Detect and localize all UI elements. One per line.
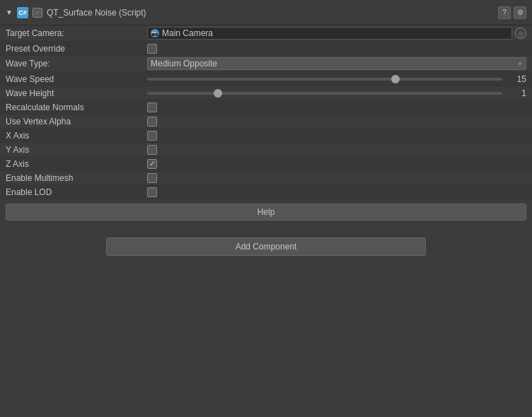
wave-type-control: Medium Opposite ▼ xyxy=(147,57,526,70)
wave-speed-label: Wave Speed xyxy=(6,74,147,84)
wave-height-row: Wave Height 1 xyxy=(0,86,532,100)
wave-speed-control: 15 xyxy=(147,74,526,84)
settings-icon-button[interactable]: ⚙ xyxy=(514,6,526,19)
enable-multimesh-control xyxy=(147,173,526,183)
preset-override-label: Preset Override xyxy=(6,44,147,54)
wave-type-row: Wave Type: Medium Opposite ▼ xyxy=(0,56,532,72)
collapse-chevron[interactable]: ▼ xyxy=(6,8,13,16)
add-component-section: Add Component xyxy=(0,230,532,263)
z-axis-checkbox[interactable] xyxy=(147,159,157,169)
enable-lod-row: Enable LOD xyxy=(0,185,532,199)
enable-lod-label: Enable LOD xyxy=(6,187,147,197)
wave-height-control: 1 xyxy=(147,88,526,98)
enable-multimesh-label: Enable Multimesh xyxy=(6,173,147,183)
wave-speed-thumb[interactable] xyxy=(391,75,400,83)
z-axis-label: Z Axis xyxy=(6,159,147,169)
inspector-panel: ▼ C# QT_Surface Noise (Script) ? ⚙ Targe… xyxy=(0,0,532,263)
preset-override-row: Preset Override xyxy=(0,42,532,56)
target-camera-value: Main Camera xyxy=(162,28,213,38)
target-camera-field[interactable]: 📷 Main Camera xyxy=(147,27,512,40)
use-vertex-alpha-row: Use Vertex Alpha xyxy=(0,114,532,129)
wave-height-value: 1 xyxy=(507,88,526,98)
recalculate-normals-label: Recalculate Normals xyxy=(6,102,147,112)
x-axis-row: X Axis xyxy=(0,129,532,143)
x-axis-control xyxy=(147,131,526,141)
wave-type-label: Wave Type: xyxy=(6,59,147,69)
wave-height-label: Wave Height xyxy=(6,88,147,98)
recalculate-normals-control xyxy=(147,102,526,112)
use-vertex-alpha-label: Use Vertex Alpha xyxy=(6,117,147,127)
target-camera-control: 📷 Main Camera xyxy=(147,27,526,40)
recalculate-normals-checkbox[interactable] xyxy=(147,102,157,112)
preset-override-control xyxy=(147,44,526,54)
wave-height-slider[interactable] xyxy=(147,92,502,95)
wave-height-fill xyxy=(147,92,218,95)
y-axis-label: Y Axis xyxy=(6,145,147,155)
panel-title: QT_Surface Noise (Script) xyxy=(47,8,494,18)
add-component-button[interactable]: Add Component xyxy=(106,237,425,256)
x-axis-checkbox[interactable] xyxy=(147,131,157,141)
y-axis-control xyxy=(147,145,526,155)
wave-speed-value: 15 xyxy=(507,74,526,84)
use-vertex-alpha-checkbox[interactable] xyxy=(147,117,157,127)
help-button[interactable]: Help xyxy=(6,204,526,221)
script-icon: C# xyxy=(17,7,28,18)
enable-multimesh-checkbox[interactable] xyxy=(147,173,157,183)
help-icon-button[interactable]: ? xyxy=(498,6,511,19)
help-button-row: Help xyxy=(0,199,532,225)
property-grid: Target Camera: 📷 Main Camera Preset Over… xyxy=(0,25,532,199)
wave-speed-fill xyxy=(147,78,395,81)
wave-speed-row: Wave Speed 15 xyxy=(0,72,532,86)
panel-header: ▼ C# QT_Surface Noise (Script) ? ⚙ xyxy=(0,0,532,25)
target-camera-label: Target Camera: xyxy=(6,28,147,38)
header-icons: ? ⚙ xyxy=(498,6,526,19)
enable-lod-checkbox[interactable] xyxy=(147,187,157,197)
enable-multimesh-row: Enable Multimesh xyxy=(0,171,532,185)
wave-type-dropdown-value: Medium Opposite xyxy=(151,59,217,69)
camera-object-icon: 📷 xyxy=(151,29,159,37)
component-enabled-checkbox[interactable] xyxy=(33,8,42,18)
wave-type-dropdown[interactable]: Medium Opposite ▼ xyxy=(147,57,526,70)
x-axis-label: X Axis xyxy=(6,131,147,141)
wave-speed-slider[interactable] xyxy=(147,78,502,81)
wave-type-dropdown-arrow: ▼ xyxy=(517,61,523,67)
recalculate-normals-row: Recalculate Normals xyxy=(0,100,532,114)
preset-override-checkbox[interactable] xyxy=(147,44,157,54)
y-axis-row: Y Axis xyxy=(0,143,532,157)
y-axis-checkbox[interactable] xyxy=(147,145,157,155)
enable-lod-control xyxy=(147,187,526,197)
use-vertex-alpha-control xyxy=(147,117,526,127)
z-axis-control xyxy=(147,159,526,169)
target-camera-row: Target Camera: 📷 Main Camera xyxy=(0,25,532,42)
target-picker-button[interactable] xyxy=(515,28,526,39)
z-axis-row: Z Axis xyxy=(0,157,532,171)
wave-height-thumb[interactable] xyxy=(214,89,222,98)
